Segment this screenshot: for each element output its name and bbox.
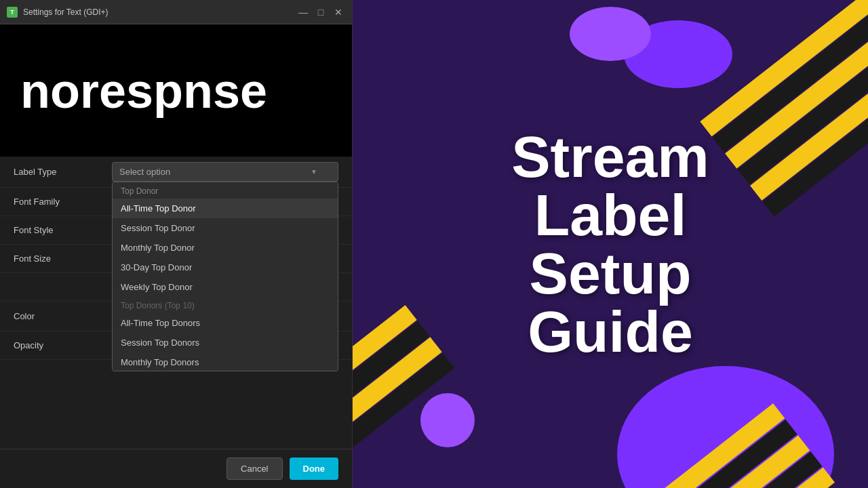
settings-dialog: T Settings for Text (GDI+) — □ ✕ norespn… <box>0 0 353 488</box>
dropdown-item-30day-top-donor[interactable]: 30-Day Top Donor <box>113 258 338 277</box>
stripes-bottom-left <box>353 305 489 488</box>
dropdown-placeholder: Select option <box>119 167 170 177</box>
settings-form: Label Type Select option ▼ Top Donor All… <box>0 157 352 449</box>
app-icon: T <box>7 7 18 18</box>
dropdown-item-all-time-top-donors[interactable]: All-Time Top Donors <box>113 313 338 333</box>
opacity-label: Opacity <box>14 340 112 350</box>
window-controls: — □ ✕ <box>296 5 345 19</box>
label-type-row: Label Type Select option ▼ Top Donor All… <box>0 157 352 188</box>
purple-blob-bottom-left <box>420 393 475 447</box>
chevron-down-icon: ▼ <box>311 168 317 176</box>
color-label: Color <box>14 311 112 321</box>
label-type-control: Select option ▼ Top Donor All-Time Top D… <box>112 162 338 182</box>
done-button[interactable]: Done <box>290 458 339 480</box>
cancel-button[interactable]: Cancel <box>226 458 282 480</box>
preview-text: norespnse <box>20 66 267 115</box>
dropdown-item-monthly-top-donors[interactable]: Monthly Top Donors <box>113 352 338 371</box>
dropdown-list: Top Donor All-Time Top Donor Session Top… <box>112 182 338 371</box>
preview-area: norespnse <box>0 24 352 157</box>
dropdown-item-session-top-donor[interactable]: Session Top Donor <box>113 218 338 238</box>
main-title-line1: Stream Label <box>481 127 739 244</box>
font-size-label: Font Size <box>14 253 112 264</box>
label-type-label: Label Type <box>14 167 112 177</box>
main-text-container: Stream Label Setup Guide <box>481 127 739 361</box>
font-style-label: Font Style <box>14 225 112 235</box>
dropdown-item-all-time-top-donor[interactable]: All-Time Top Donor <box>113 199 338 218</box>
font-family-label: Font Family <box>14 197 112 207</box>
label-type-dropdown-wrapper: Select option ▼ Top Donor All-Time Top D… <box>112 162 338 182</box>
group-header-top-donors: Top Donors (Top 10) <box>113 297 338 313</box>
group-header-top-donor: Top Donor <box>113 182 338 199</box>
dropdown-item-session-top-donors[interactable]: Session Top Donors <box>113 333 338 352</box>
label-type-dropdown[interactable]: Select option ▼ <box>112 162 338 182</box>
minimize-button[interactable]: — <box>296 5 310 19</box>
purple-blob-2 <box>570 7 651 61</box>
title-bar: T Settings for Text (GDI+) — □ ✕ <box>0 0 352 24</box>
dialog-footer: Cancel Done <box>0 449 352 488</box>
dropdown-item-weekly-top-donor[interactable]: Weekly Top Donor <box>113 277 338 297</box>
close-button[interactable]: ✕ <box>332 5 345 19</box>
main-title-line2: Setup Guide <box>481 244 739 361</box>
right-panel: Stream Label Setup Guide <box>353 0 868 488</box>
dropdown-item-monthly-top-donor[interactable]: Monthly Top Donor <box>113 238 338 258</box>
maximize-button[interactable]: □ <box>314 5 328 19</box>
dialog-title: Settings for Text (GDI+) <box>23 7 291 17</box>
